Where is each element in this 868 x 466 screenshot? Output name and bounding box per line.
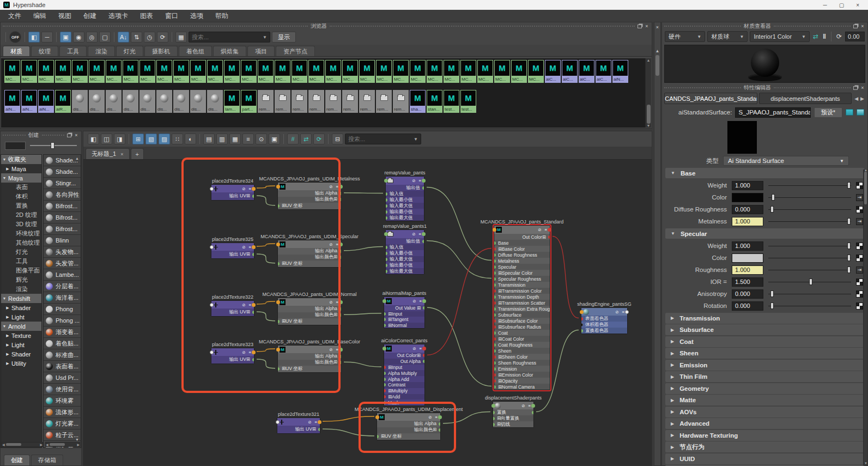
node-attribute-row[interactable]: ⊞向量置换 [493, 415, 533, 421]
material-sample-swatch[interactable] [727, 121, 757, 154]
node-header-icons[interactable]: ⊘ ≡ [329, 184, 339, 189]
connection-wire[interactable] [344, 247, 383, 251]
menu-item[interactable]: 窗口 [159, 11, 184, 21]
show-all-connections-icon[interactable]: ◫ [101, 134, 112, 144]
collapsed-section[interactable]: ▶Transmission [665, 313, 864, 324]
node-sg[interactable]: shadingEngine_pantsSG⊘ ≡表面着色器体积着色器置换着色器 [581, 307, 628, 334]
node-attribute-row[interactable]: ⊞UV 坐标 [377, 433, 440, 440]
create-node-item[interactable]: Bifrost... [44, 212, 81, 223]
node-fDisp[interactable]: MCANDCS_JPAAOJ_pants_UDIM_DisplacementM⊘… [377, 413, 441, 440]
medium-swatch-icon[interactable]: ◉ [73, 32, 84, 43]
material-swatch[interactable]: dis... [123, 90, 138, 113]
node-p323[interactable]: place2dTexture323⊘ ≡输出 UV⊞ [211, 348, 254, 364]
material-swatch[interactable]: dis... [173, 90, 189, 113]
chevron-down-icon[interactable]: ▼ [263, 35, 267, 40]
node-header-icons[interactable]: ⊘ ≡ [412, 299, 423, 304]
node-fMetal[interactable]: MCANDCS_JPAAOJ_pants_UDIM_MetalnessM⊘ ≡输… [277, 182, 342, 210]
port-dot[interactable] [384, 324, 386, 327]
port-dot[interactable] [625, 310, 629, 314]
node-header-icons[interactable]: ⊘ ≡ [428, 415, 439, 420]
port-dot[interactable] [494, 313, 496, 317]
node-header-icons[interactable]: ⊘ ≡ [521, 403, 532, 408]
category-item[interactable]: 3D 纹理 [1, 220, 41, 229]
node-attribute-row[interactable]: ⊞Input [384, 311, 424, 317]
attribute-slider[interactable] [768, 181, 851, 190]
node-attribute-row[interactable]: 输出 Alpha [278, 190, 341, 197]
node-remap1[interactable]: remapValue_pants⊘ ≡输出值输入值输入最小值输入最大值输出最小值… [385, 176, 424, 221]
map-texture-icon[interactable] [856, 279, 863, 286]
create-node-item[interactable]: 灯光雾... [44, 418, 81, 429]
material-swatch[interactable]: Mlam... [224, 90, 240, 113]
port-dot[interactable] [386, 216, 387, 220]
port-dot[interactable] [494, 289, 496, 293]
node-attribute-row[interactable]: ⊞Coat Color [494, 336, 550, 342]
port-dot[interactable] [339, 300, 343, 304]
port-dot[interactable] [422, 347, 426, 350]
port-dot[interactable] [276, 420, 280, 424]
connection-wire[interactable] [344, 193, 383, 193]
browser-tab-item[interactable]: 纹理 [31, 46, 58, 56]
node-attribute-row[interactable]: ⊞Opacity [494, 378, 550, 384]
category-item[interactable]: 图像平面 [1, 266, 41, 275]
node-attribute-row[interactable]: 输入最小值 [386, 197, 424, 203]
large-swatch-icon[interactable]: ◎ [86, 32, 98, 43]
create-node-item[interactable]: 流体形... [44, 407, 81, 418]
connection-icon[interactable]: ⇥ [856, 218, 863, 225]
show-input-connections-icon[interactable]: ◧ [88, 134, 99, 144]
port-dot[interactable] [252, 350, 256, 354]
create-node-item[interactable]: Shade... [44, 166, 81, 178]
port-dot[interactable] [383, 347, 386, 350]
connection-wire[interactable] [427, 241, 491, 279]
port-dot[interactable] [252, 187, 256, 191]
port-dot[interactable] [384, 378, 386, 381]
node-header[interactable]: M⊘ ≡ [494, 226, 550, 234]
collapsed-section[interactable]: ▶Sheen [665, 348, 864, 359]
value-field[interactable]: 0.000 [732, 205, 763, 214]
port-dot[interactable] [581, 329, 583, 332]
material-swatch[interactable]: MMC... [528, 60, 544, 83]
property-tab[interactable]: displacementShaderpants [759, 93, 852, 104]
material-swatch[interactable]: MaiR... [55, 90, 71, 113]
node-header[interactable]: ⊘ ≡ [386, 230, 424, 238]
node-attribute-row[interactable]: ⊞Emission Color [494, 372, 550, 378]
port-dot[interactable] [339, 355, 341, 358]
frame-graph-icon[interactable]: ▣ [269, 134, 280, 144]
collapsed-section[interactable]: ▶Emission [665, 360, 864, 371]
material-swatch[interactable]: MMC... [275, 60, 290, 83]
node-header[interactable]: M⊘ ≡ [384, 344, 424, 353]
port-dot[interactable] [422, 299, 426, 303]
connection-wire[interactable] [257, 254, 275, 263]
node-header[interactable]: ⊘ ≡ [211, 243, 254, 251]
material-swatch[interactable]: MaiC... [562, 60, 578, 83]
menu-item[interactable]: 创建 [77, 11, 102, 21]
node-header-icons[interactable]: ⊘ ≡ [329, 242, 339, 247]
node-attribute-row[interactable]: Diffuse Roughness [494, 252, 550, 258]
node-header[interactable]: M⊘ ≡ [278, 240, 341, 248]
category-item[interactable]: 置换 [1, 201, 41, 210]
port-dot[interactable] [278, 367, 280, 371]
undock-icon[interactable] [853, 86, 858, 90]
node-attribute-row[interactable]: 输出 Alpha [278, 353, 341, 360]
node-p325[interactable]: place2dTexture325⊘ ≡输出 UV⊞ [211, 243, 254, 259]
menu-item[interactable]: 编辑 [27, 11, 52, 21]
port-dot[interactable] [252, 311, 254, 314]
create-weight-slider[interactable] [30, 145, 77, 146]
value-field[interactable]: 1.000 [732, 265, 763, 275]
node-attribute-row[interactable]: Subsurface [494, 312, 550, 318]
map-texture-icon[interactable] [856, 291, 863, 298]
port-dot[interactable] [386, 252, 387, 255]
menu-item[interactable]: 选项卡 [102, 11, 134, 21]
node-header[interactable]: M⊘ ≡ [278, 298, 341, 306]
attribute-slider[interactable] [768, 265, 851, 274]
port-dot[interactable] [278, 320, 280, 323]
node-header-icons[interactable]: ⊘ ≡ [308, 420, 318, 425]
port-dot[interactable] [252, 303, 256, 307]
category-sub[interactable]: ▶Light [1, 312, 41, 322]
undock-icon[interactable] [67, 134, 71, 137]
value-field[interactable]: 0.000 [732, 289, 763, 299]
material-swatch[interactable]: MMC... [376, 60, 392, 83]
connection-wire[interactable] [257, 186, 275, 188]
port-dot[interactable] [494, 373, 496, 377]
node-list-hscrollbar[interactable]: ◀▶ [45, 442, 80, 447]
node-attribute-row[interactable]: 输出 Alpha [278, 306, 341, 312]
